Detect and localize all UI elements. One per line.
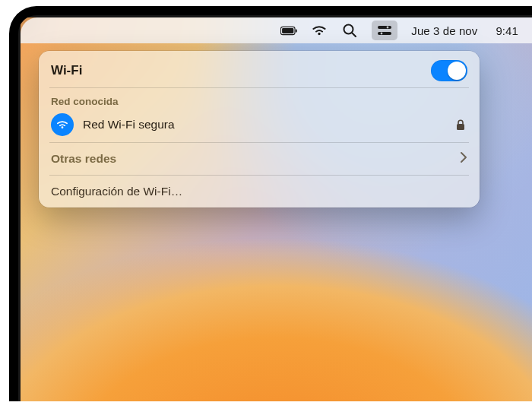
divider	[49, 142, 469, 143]
other-networks-label: Otras redes	[51, 152, 116, 166]
lock-icon	[454, 119, 467, 131]
spotlight-search-icon[interactable]	[341, 22, 358, 39]
wifi-connected-icon	[51, 113, 74, 136]
other-networks-row[interactable]: Otras redes	[39, 144, 480, 173]
wifi-settings-row[interactable]: Configuración de Wi-Fi…	[39, 177, 480, 206]
svg-point-6	[387, 27, 389, 29]
svg-line-4	[352, 33, 356, 36]
popover-title: Wi-Fi	[51, 63, 82, 78]
svg-point-8	[381, 33, 383, 35]
divider	[49, 87, 469, 88]
wifi-header-row: Wi-Fi	[39, 57, 480, 86]
svg-rect-7	[378, 32, 391, 35]
svg-rect-9	[457, 124, 464, 130]
known-network-item[interactable]: Red Wi-Fi segura	[39, 109, 480, 141]
svg-rect-1	[282, 28, 293, 33]
wifi-icon[interactable]	[311, 22, 328, 39]
control-center-icon[interactable]	[372, 21, 397, 40]
chevron-right-icon	[460, 151, 467, 166]
svg-rect-5	[378, 26, 391, 29]
known-networks-heading: Red conocida	[39, 90, 480, 109]
menu-bar: Jue 3 de nov 9:41	[21, 17, 532, 43]
battery-icon[interactable]	[280, 22, 297, 39]
menubar-date[interactable]: Jue 3 de nov	[411, 24, 477, 37]
svg-rect-2	[296, 29, 297, 32]
desktop-screen: Jue 3 de nov 9:41 Wi-Fi Red conocida Red…	[21, 17, 532, 401]
device-frame: Jue 3 de nov 9:41 Wi-Fi Red conocida Red…	[9, 6, 532, 401]
divider	[49, 175, 469, 176]
menubar-time[interactable]: 9:41	[496, 24, 518, 37]
network-name: Red Wi-Fi segura	[83, 118, 175, 131]
wifi-popover: Wi-Fi Red conocida Red Wi-Fi segura Otra…	[39, 51, 480, 208]
wifi-toggle[interactable]	[431, 60, 467, 81]
wifi-settings-label: Configuración de Wi-Fi…	[51, 185, 182, 198]
